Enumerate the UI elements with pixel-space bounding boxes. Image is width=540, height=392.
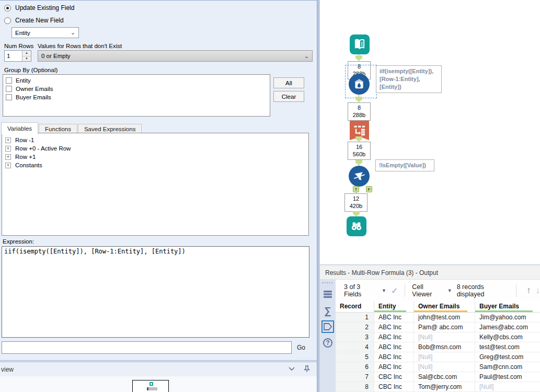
collapse-chevron-icon[interactable] xyxy=(288,366,295,371)
record-number-cell[interactable]: 7 xyxy=(336,372,374,382)
output-anchor[interactable] xyxy=(355,97,362,102)
badge-count: 12 xyxy=(345,195,367,202)
annotation-shape-icon[interactable] xyxy=(321,320,334,333)
data-cell[interactable]: Pam@ abc.com xyxy=(414,322,475,332)
data-cell[interactable]: ABC Inc xyxy=(374,322,414,332)
pin-icon[interactable] xyxy=(303,365,311,373)
cell-viewer-button[interactable]: Cell Viewer xyxy=(412,283,442,298)
data-cell[interactable]: Sam@cnn.com xyxy=(475,362,540,372)
create-new-field-radio[interactable]: Create New Field xyxy=(4,17,64,24)
sigma-profile-icon[interactable]: ∑ xyxy=(321,304,334,317)
num-rows-input[interactable] xyxy=(5,51,22,61)
help-icon[interactable]: ? xyxy=(321,337,334,349)
all-button[interactable]: All xyxy=(273,77,304,88)
expand-plus-icon[interactable]: + xyxy=(5,137,11,143)
tree-item-row-1[interactable]: +Row -1 xyxy=(3,136,307,144)
data-cell[interactable]: ABC Inc xyxy=(374,313,414,322)
table-view-icon[interactable] xyxy=(321,288,334,301)
multi-row-formula-tool[interactable] xyxy=(349,74,370,95)
record-number-cell[interactable]: 2 xyxy=(336,322,374,332)
data-cell[interactable]: Paul@test.com xyxy=(475,372,540,382)
browse-tool[interactable] xyxy=(347,216,366,236)
multirow-annotation[interactable]: iif(isempty([Entity]), [Row-1:Entity], [… xyxy=(376,65,442,93)
update-existing-field-radio[interactable]: Update Existing Field xyxy=(4,4,74,11)
column-header-entity[interactable]: Entity xyxy=(374,302,414,313)
data-cell[interactable]: ABC Inc xyxy=(374,342,414,352)
data-cell[interactable]: [Null] xyxy=(414,352,475,362)
apply-check-icon[interactable]: ✓ xyxy=(391,286,398,296)
tree-item-row-1[interactable]: +Row +1 xyxy=(3,153,307,161)
record-number-cell[interactable]: 6 xyxy=(336,362,374,372)
scroll-down-icon[interactable]: ↓ xyxy=(536,285,540,296)
radio-selected-icon[interactable] xyxy=(4,5,11,11)
filter-annotation[interactable]: !IsEmpty([Value]) xyxy=(375,159,434,171)
radio-unselected-icon[interactable] xyxy=(4,17,11,24)
data-cell[interactable]: Bob@msn.com xyxy=(414,342,475,352)
record-number-cell[interactable]: 8 xyxy=(336,382,374,392)
clear-button[interactable]: Clear xyxy=(273,91,304,102)
input-anchor[interactable] xyxy=(353,211,360,216)
data-cell[interactable]: CBC Inc xyxy=(374,382,414,392)
spin-down-icon[interactable]: ▼ xyxy=(22,56,31,62)
output-anchor[interactable] xyxy=(355,55,362,61)
num-rows-stepper[interactable]: ▲ ▼ xyxy=(4,50,31,62)
workflow-canvas[interactable]: 8 288b iif(isempty([Entity]), [Row-1:Ent… xyxy=(320,0,540,264)
data-cell[interactable]: Tom@jerry.com xyxy=(414,382,475,392)
data-cell[interactable]: Greg@test.com xyxy=(475,352,540,362)
checkbox-icon[interactable] xyxy=(6,94,12,100)
tab-variables[interactable]: Variables xyxy=(1,122,38,134)
overview-map[interactable] xyxy=(0,376,317,392)
go-button[interactable]: Go xyxy=(297,344,305,351)
table-row: 1ABC Incjohn@test.comJim@yahoo.com xyxy=(336,313,540,322)
column-header-owner-emails[interactable]: Owner Emails xyxy=(414,302,475,313)
group-by-item-owner-emails[interactable]: Owner Emails xyxy=(4,85,269,93)
filter-true-anchor[interactable]: T xyxy=(353,186,359,192)
fields-summary[interactable]: 3 of 3 Fields xyxy=(344,283,377,298)
record-number-cell[interactable]: 3 xyxy=(336,332,374,342)
column-header-buyer-emails[interactable]: Buyer Emails xyxy=(475,302,540,313)
group-by-item-entity[interactable]: Entity xyxy=(4,76,269,85)
data-cell[interactable]: john@test.com xyxy=(414,313,475,322)
group-by-item-buyer-emails[interactable]: Buyer Emails xyxy=(4,93,269,101)
data-cell[interactable]: Kelly@cbs.com xyxy=(475,332,540,342)
cell-viewer-dropdown-icon[interactable]: ▼ xyxy=(447,288,452,293)
scroll-up-icon[interactable]: ↑ xyxy=(526,285,531,296)
input-data-tool[interactable] xyxy=(350,34,370,54)
expand-plus-icon[interactable]: + xyxy=(5,146,11,152)
data-cell[interactable]: ABC Inc xyxy=(374,352,414,362)
expression-editor[interactable]: iif(isempty([Entity]), [Row-1:Entity], [… xyxy=(2,246,309,338)
input-anchor[interactable] xyxy=(355,160,362,165)
tree-item-row-0-active-row[interactable]: +Row +0 - Active Row xyxy=(3,144,307,153)
column-header-record[interactable]: Record xyxy=(336,302,374,313)
data-cell[interactable]: test@test.com xyxy=(475,342,540,352)
overview-viewport-box[interactable] xyxy=(132,380,169,392)
field-select[interactable]: Entity ⌄ xyxy=(12,27,79,38)
data-cell[interactable]: Jim@yahoo.com xyxy=(475,313,540,322)
data-cell[interactable]: Sal@cbc.com xyxy=(414,372,475,382)
fields-dropdown-icon[interactable]: ▼ xyxy=(382,288,386,293)
record-number-cell[interactable]: 1 xyxy=(336,313,374,322)
record-number-cell[interactable]: 5 xyxy=(336,352,374,362)
expand-plus-icon[interactable]: + xyxy=(5,154,11,160)
record-number-cell[interactable]: 4 xyxy=(336,342,374,352)
drag-grip-icon[interactable]: ••••• xyxy=(322,281,334,284)
output-anchor[interactable] xyxy=(355,136,362,142)
data-cell[interactable]: [Null] xyxy=(475,382,540,392)
data-cell[interactable]: [Null] xyxy=(414,362,475,372)
spin-up-icon[interactable]: ▲ xyxy=(22,51,31,56)
data-cell[interactable]: ABC Inc xyxy=(374,332,414,342)
values-rows-select[interactable]: 0 or Empty ⌄ xyxy=(38,50,313,62)
expand-plus-icon[interactable]: + xyxy=(5,163,11,168)
data-cell[interactable]: James@abc.com xyxy=(475,322,540,332)
data-cell[interactable]: [Null] xyxy=(414,332,475,342)
data-cell[interactable]: CBC Inc xyxy=(374,372,414,382)
checkbox-icon[interactable] xyxy=(6,86,12,92)
results-grid: RecordEntityOwner EmailsBuyer Emails 1AB… xyxy=(336,302,540,392)
badge-size: 420b xyxy=(345,202,367,210)
filter-false-anchor[interactable]: F xyxy=(366,186,372,192)
filter-tool[interactable] xyxy=(349,166,370,187)
data-cell[interactable]: ABC Inc xyxy=(374,362,414,372)
tree-item-constants[interactable]: +Constants xyxy=(3,161,307,169)
expression-search-input[interactable] xyxy=(2,341,292,354)
checkbox-icon[interactable] xyxy=(6,77,12,84)
